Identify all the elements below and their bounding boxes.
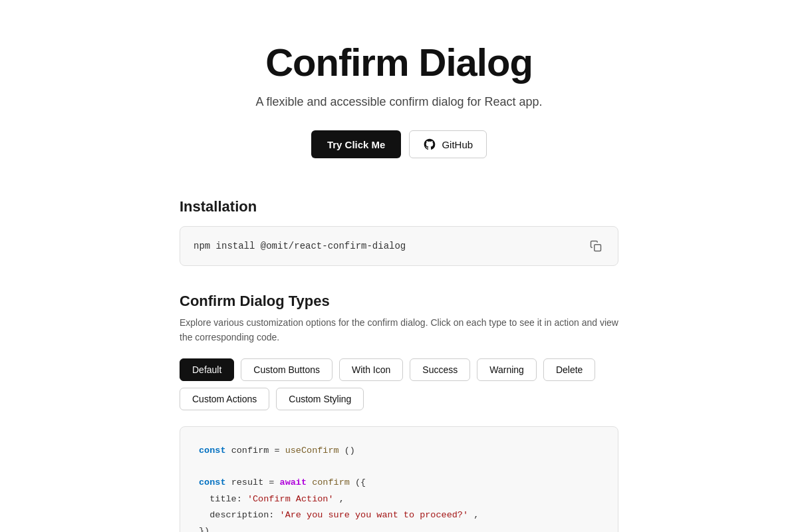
dialog-types-section: Confirm Dialog Types Explore various cus… <box>180 293 618 532</box>
code-comma-2: , <box>473 510 479 520</box>
code-confirm-var: confirm = <box>231 446 285 456</box>
code-line-6: }) <box>199 523 599 532</box>
tab-custom-styling[interactable]: Custom Styling <box>276 388 364 410</box>
fn-confirm: confirm <box>312 477 350 487</box>
keyword-const-1: const <box>199 446 226 456</box>
tab-custom-actions[interactable]: Custom Actions <box>180 388 269 410</box>
code-line-5: description: 'Are you sure you want to p… <box>199 507 599 523</box>
code-result-var: result = <box>231 477 280 487</box>
code-title-key: title: <box>199 494 247 504</box>
keyword-const-2: const <box>199 477 226 487</box>
copy-icon <box>590 240 602 252</box>
tab-warning[interactable]: Warning <box>477 358 537 381</box>
page-container: Confirm Dialog A flexible and accessible… <box>166 0 632 532</box>
hero-subtitle: A flexible and accessible confirm dialog… <box>180 95 618 109</box>
hero-section: Confirm Dialog A flexible and accessible… <box>180 40 618 158</box>
code-line-3: const result = await confirm ({ <box>199 475 599 491</box>
code-parens-1: () <box>344 446 355 456</box>
github-label: GitHub <box>442 139 473 150</box>
tab-with-icon[interactable]: With Icon <box>339 358 403 381</box>
code-open-brace: ({ <box>355 477 366 487</box>
dialog-types-description: Explore various customization options fo… <box>180 315 618 345</box>
fn-useconfirm: useConfirm <box>285 446 339 456</box>
tab-custom-buttons[interactable]: Custom Buttons <box>241 358 332 381</box>
code-title-value: 'Confirm Action' <box>247 494 334 504</box>
dialog-types-title: Confirm Dialog Types <box>180 293 618 310</box>
code-close-brace: }) <box>199 526 209 532</box>
keyword-await: await <box>280 477 307 487</box>
installation-title: Installation <box>180 198 618 215</box>
tab-default[interactable]: Default <box>180 358 234 381</box>
code-line-1: const confirm = useConfirm () <box>199 443 599 459</box>
github-button[interactable]: GitHub <box>409 130 487 158</box>
code-line-4: title: 'Confirm Action' , <box>199 491 599 507</box>
code-comma-1: , <box>339 494 344 504</box>
code-desc-value: 'Are you sure you want to proceed?' <box>280 510 469 520</box>
github-icon <box>423 138 436 151</box>
tab-delete[interactable]: Delete <box>543 358 595 381</box>
dialog-tabs-container: Default Custom Buttons With Icon Success… <box>180 358 618 410</box>
install-command-block: npm install @omit/react-confirm-dialog <box>180 226 618 266</box>
try-click-me-button[interactable]: Try Click Me <box>311 130 402 158</box>
install-command: npm install @omit/react-confirm-dialog <box>194 241 406 251</box>
svg-rect-0 <box>595 245 601 251</box>
hero-buttons: Try Click Me GitHub <box>180 130 618 158</box>
page-title: Confirm Dialog <box>180 40 618 84</box>
tab-success[interactable]: Success <box>410 358 470 381</box>
code-line-2 <box>199 459 599 475</box>
installation-section: Installation npm install @omit/react-con… <box>180 198 618 266</box>
code-desc-key: description: <box>199 510 280 520</box>
code-editor: const confirm = useConfirm () const resu… <box>180 426 618 532</box>
copy-command-button[interactable] <box>587 237 604 255</box>
